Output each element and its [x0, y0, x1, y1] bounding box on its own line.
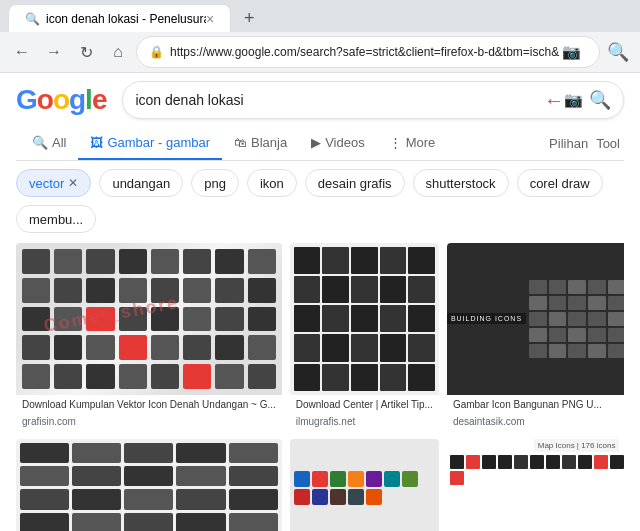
image-source-3: desaintasik.com	[447, 414, 624, 431]
filter-shutterstock[interactable]: shutterstock	[413, 169, 509, 197]
image-col-2: Download Center | Artikel Tip... ilmugra…	[290, 243, 439, 531]
image-grid: Comet_shore Download Kumpulan Vektor Ico…	[16, 243, 624, 531]
google-search-icon-btn[interactable]: 🔍	[604, 38, 632, 66]
image-col-1: Comet_shore Download Kumpulan Vektor Ico…	[16, 243, 282, 531]
search-input[interactable]	[135, 92, 540, 108]
building-icons-header: BUILDING ICONS	[447, 313, 526, 324]
images-icon: 🖼	[90, 135, 103, 150]
videos-icon: ▶	[311, 135, 321, 150]
image-title-2: Download Center | Artikel Tip...	[290, 395, 439, 414]
image-source-2: ilmugrafis.net	[290, 414, 439, 431]
all-icon: 🔍	[32, 135, 48, 150]
tab-close-btn[interactable]: ×	[206, 11, 214, 27]
filter-desain-grafis[interactable]: desain grafis	[305, 169, 405, 197]
image-thumbnail-6	[290, 439, 439, 531]
refresh-button[interactable]: ↻	[72, 38, 100, 66]
filter-membu[interactable]: membu...	[16, 205, 96, 233]
home-button[interactable]: ⌂	[104, 38, 132, 66]
image-title-3: Gambar Icon Bangunan PNG U...	[447, 395, 624, 414]
image-thumbnail-1: Comet_shore	[16, 243, 282, 395]
browser-tabs: 🔍 icon denah lokasi - Penelusuran G... ×…	[0, 0, 640, 32]
tab-videos[interactable]: ▶ Videos	[299, 127, 377, 160]
filter-ikon[interactable]: ikon	[247, 169, 297, 197]
pilihan-btn[interactable]: Pilihan	[549, 136, 588, 151]
image-thumbnail-2	[290, 243, 439, 395]
tab-more[interactable]: ⋮ More	[377, 127, 448, 160]
filter-vector-close[interactable]: ✕	[68, 176, 78, 190]
search-header: Google ← 📷 🔍	[16, 81, 624, 119]
google-page: Google ← 📷 🔍 🔍 All 🖼 Gambar - gambar 🛍 B…	[0, 73, 640, 531]
tab-all[interactable]: 🔍 All	[20, 127, 78, 160]
image-card-5[interactable]: Desain Icon Untuk Pem... ilmugrafis.net	[16, 439, 282, 531]
search-tools: Pilihan Tool	[549, 136, 620, 151]
ssl-lock-icon: 🔒	[149, 45, 164, 59]
search-submit-icon[interactable]: 🔍	[589, 89, 611, 111]
tool-btn[interactable]: Tool	[596, 136, 620, 151]
image-thumbnail-5	[16, 439, 282, 531]
filter-vector[interactable]: vector ✕	[16, 169, 91, 197]
browser-chrome: 🔍 icon denah lokasi - Penelusuran G... ×…	[0, 0, 640, 73]
image-search-btn[interactable]: 📷	[564, 91, 583, 109]
image-card-7[interactable]: Map Icons | 176 icons	[447, 439, 624, 531]
tab-shopping[interactable]: 🛍 Blanja	[222, 127, 299, 160]
image-card-6[interactable]: Map Icon Vectors, Photo... freepik.com	[290, 439, 439, 531]
image-col-3: BUILDING ICONS desaintasik.com Gambar Ic…	[447, 243, 624, 531]
red-arrow-indicator: ←	[544, 89, 564, 112]
filter-pills: vector ✕ undangan png ikon desain grafis…	[16, 169, 624, 233]
image-thumbnail-7: Map Icons | 176 icons	[447, 439, 624, 531]
image-source-1: grafisin.com	[16, 414, 282, 431]
filter-png[interactable]: png	[191, 169, 239, 197]
google-logo: Google	[16, 84, 106, 116]
search-box[interactable]: ← 📷 🔍	[122, 81, 624, 119]
search-tabs: 🔍 All 🖼 Gambar - gambar 🛍 Blanja ▶ Video…	[16, 127, 624, 161]
back-button[interactable]: ←	[8, 38, 36, 66]
new-tab-btn[interactable]: +	[235, 4, 263, 32]
filter-undangan[interactable]: undangan	[99, 169, 183, 197]
map-icons-label: Map Icons | 176 icons	[534, 439, 620, 452]
forward-button[interactable]: →	[40, 38, 68, 66]
camera-search-btn[interactable]: 📷	[562, 43, 581, 61]
image-card-1[interactable]: Comet_shore Download Kumpulan Vektor Ico…	[16, 243, 282, 431]
browser-tab-active[interactable]: 🔍 icon denah lokasi - Penelusuran G... ×	[8, 4, 231, 32]
tab-images[interactable]: 🖼 Gambar - gambar	[78, 127, 222, 160]
more-dots-icon: ⋮	[389, 135, 402, 150]
image-card-3[interactable]: BUILDING ICONS desaintasik.com Gambar Ic…	[447, 243, 624, 431]
image-thumbnail-3: BUILDING ICONS desaintasik.com	[447, 243, 624, 395]
browser-toolbar: ← → ↻ ⌂ 🔒 https://www.google.com/search?…	[0, 32, 640, 72]
shopping-icon: 🛍	[234, 135, 247, 150]
filter-corel-draw[interactable]: corel draw	[517, 169, 603, 197]
address-bar[interactable]: 🔒 https://www.google.com/search?safe=str…	[136, 36, 600, 68]
image-title-1: Download Kumpulan Vektor Icon Denah Unda…	[16, 395, 282, 414]
image-card-2[interactable]: Download Center | Artikel Tip... ilmugra…	[290, 243, 439, 431]
